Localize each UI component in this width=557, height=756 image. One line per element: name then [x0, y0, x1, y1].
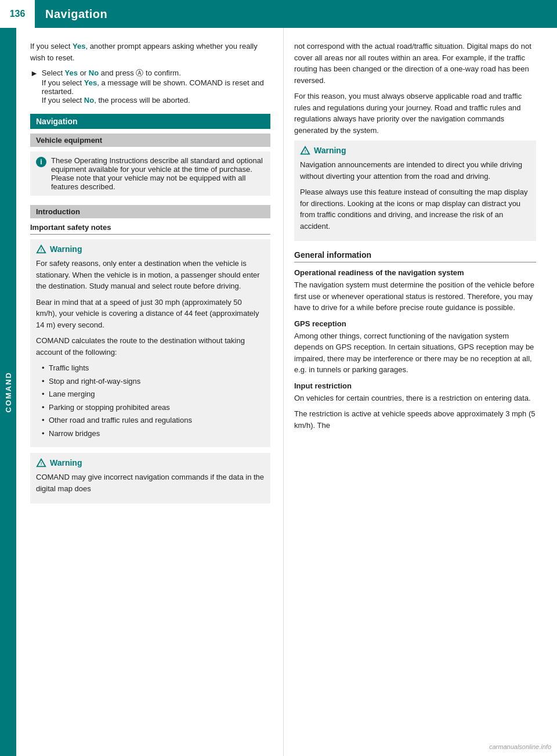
warning1-bullet-list: Traffic lights Stop and right-of-way-sig…: [42, 362, 265, 439]
warning3-para-1: Navigation announcements are intended to…: [300, 159, 530, 182]
input-restriction-title: Input restriction: [294, 381, 536, 390]
op-readiness-title: Operational readiness of the navigation …: [294, 268, 536, 277]
vehicle-equipment-info-box: i These Operating Instructions describe …: [30, 152, 270, 196]
warning1-para-3: COMAND calculates the route to the desti…: [36, 335, 265, 358]
arrow-item: ► Select Yes or No and press Ⓐ to confir…: [30, 68, 270, 105]
warning-triangle-icon-1: !: [36, 244, 46, 254]
page-title: Navigation: [35, 8, 107, 21]
watermark: carmanualsonline.info: [489, 743, 551, 750]
right-column: not correspond with the actual road/traf…: [283, 28, 550, 756]
warning2-para: COMAND may give incorrect navigation com…: [36, 471, 265, 494]
important-safety-notes: Important safety notes: [30, 223, 270, 235]
introduction-header: Introduction: [30, 205, 270, 218]
bullet-item: Narrow bridges: [42, 428, 265, 440]
left-column: If you select Yes, another prompt appear…: [16, 28, 283, 756]
vehicle-equipment-text: These Operating Instructions describe al…: [51, 156, 265, 191]
svg-text:!: !: [41, 248, 42, 253]
bullet-item: Traffic lights: [42, 362, 265, 374]
arrow-icon: ►: [30, 69, 38, 105]
warning-label-2: Warning: [50, 458, 82, 467]
warning3-para-2: Please always use this feature instead o…: [300, 186, 530, 232]
warning-triangle-icon-3: !: [300, 145, 310, 156]
info-icon: i: [36, 157, 46, 167]
warning-label-3: Warning: [314, 146, 346, 155]
continued-para-1: not correspond with the actual road/traf…: [294, 41, 536, 86]
vehicle-equipment-header: Vehicle equipment: [30, 134, 270, 147]
intro-para-1: If you select Yes, another prompt appear…: [30, 41, 270, 63]
warning-label-1: Warning: [50, 244, 82, 254]
bullet-item: Other road and traffic rules and regulat…: [42, 415, 265, 426]
svg-text:!: !: [305, 149, 306, 154]
input-restriction-para-2: The restriction is active at vehicle spe…: [294, 408, 536, 431]
yes-text-1: Yes: [73, 42, 85, 51]
bullet-item: Parking or stopping prohibited areas: [42, 402, 265, 413]
arrow-item-text: Select Yes or No and press Ⓐ to confirm.…: [42, 68, 270, 105]
warning-box-1: ! Warning For safety reasons, only enter…: [30, 239, 270, 447]
warning-triangle-icon-2: !: [36, 458, 46, 468]
no-text-2: No: [84, 96, 94, 105]
header-bar: 136 Navigation: [0, 0, 557, 28]
page-number: 136: [0, 0, 35, 28]
side-tab: COMAND: [0, 28, 16, 756]
continued-para-2: For this reason, you must always observe…: [294, 91, 536, 136]
warning1-para-2: Bear in mind that at a speed of just 30 …: [36, 297, 265, 331]
side-tab-label: COMAND: [4, 372, 13, 413]
op-readiness-para: The navigation system must determine the…: [294, 279, 536, 314]
no-text-1: No: [89, 69, 99, 77]
navigation-section-header: Navigation: [30, 114, 270, 129]
warning-box-2: ! Warning COMAND may give incorrect navi…: [30, 453, 270, 503]
warning-header-3: ! Warning: [300, 145, 530, 156]
warning1-para-1: For safety reasons, only enter a destina…: [36, 258, 265, 292]
main-content: If you select Yes, another prompt appear…: [16, 28, 557, 756]
warning-box-3: ! Warning Navigation announcements are i…: [294, 141, 536, 241]
gps-para: Among other things, correct functioning …: [294, 330, 536, 376]
general-info-header: General information: [294, 250, 536, 262]
yes-text-3: Yes: [84, 78, 97, 87]
warning-header-2: ! Warning: [36, 458, 265, 468]
warning-header-1: ! Warning: [36, 244, 265, 254]
input-restriction-para-1: On vehicles for certain countries, there…: [294, 393, 536, 404]
bullet-item: Lane merging: [42, 388, 265, 400]
gps-title: GPS reception: [294, 319, 536, 328]
svg-text:!: !: [41, 462, 42, 467]
yes-text-2: Yes: [65, 69, 78, 77]
bullet-item: Stop and right-of-way-signs: [42, 376, 265, 387]
